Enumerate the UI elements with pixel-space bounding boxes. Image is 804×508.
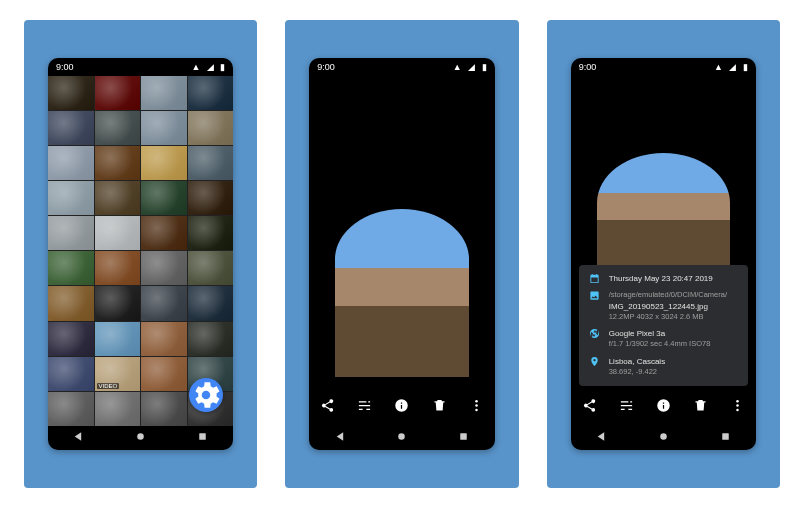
android-nav-bar bbox=[571, 426, 756, 450]
thumbnail[interactable] bbox=[141, 286, 187, 320]
thumbnail[interactable] bbox=[188, 216, 234, 250]
thumbnail[interactable] bbox=[48, 181, 94, 215]
battery-icon: ▮ bbox=[743, 62, 748, 72]
thumbnail[interactable]: VIDEO bbox=[95, 357, 141, 391]
phone-frame: 9:00 ▲ ◢ ▮ VIDEO bbox=[48, 58, 233, 449]
status-time: 9:00 bbox=[579, 62, 597, 72]
thumbnail[interactable] bbox=[48, 76, 94, 110]
phone-frame: 9:00 ▲ ◢ ▮ Thursday May 23 20:47 2019 bbox=[571, 58, 756, 449]
svg-point-7 bbox=[736, 400, 739, 403]
thumbnail[interactable] bbox=[188, 181, 234, 215]
status-icons: ▲ ◢ ▮ bbox=[710, 62, 748, 72]
thumbnail[interactable] bbox=[188, 146, 234, 180]
thumbnail[interactable] bbox=[95, 216, 141, 250]
thumbnail[interactable] bbox=[48, 251, 94, 285]
thumbnail[interactable] bbox=[48, 286, 94, 320]
screenshot-3: 9:00 ▲ ◢ ▮ Thursday May 23 20:47 2019 bbox=[547, 20, 780, 488]
android-nav-bar bbox=[48, 426, 233, 450]
share-button[interactable] bbox=[582, 398, 597, 417]
info-camera-line: f/1.7 1/3902 sec 4.4mm ISO78 bbox=[609, 339, 738, 350]
delete-button[interactable] bbox=[693, 398, 708, 417]
thumbnail[interactable] bbox=[188, 76, 234, 110]
thumbnail[interactable] bbox=[141, 111, 187, 145]
thumbnail[interactable] bbox=[141, 392, 187, 426]
thumbnail[interactable] bbox=[48, 146, 94, 180]
thumbnail[interactable] bbox=[141, 181, 187, 215]
nav-home[interactable] bbox=[657, 429, 670, 447]
thumbnail[interactable] bbox=[188, 286, 234, 320]
thumbnail[interactable] bbox=[95, 76, 141, 110]
svg-rect-6 bbox=[460, 433, 467, 440]
thumbnail[interactable] bbox=[141, 146, 187, 180]
thumbnail[interactable] bbox=[141, 357, 187, 391]
thumbnail[interactable] bbox=[188, 251, 234, 285]
signal-icon: ◢ bbox=[207, 62, 214, 72]
svg-point-9 bbox=[736, 409, 739, 412]
info-button[interactable] bbox=[394, 398, 409, 417]
thumbnail[interactable] bbox=[48, 392, 94, 426]
signal-icon: ◢ bbox=[729, 62, 736, 72]
svg-rect-11 bbox=[722, 433, 729, 440]
more-button[interactable] bbox=[730, 398, 745, 417]
aperture-icon bbox=[589, 328, 600, 339]
battery-icon: ▮ bbox=[482, 62, 487, 72]
thumbnail[interactable] bbox=[188, 322, 234, 356]
info-coords: 38.692, -9.422 bbox=[609, 367, 738, 378]
svg-point-5 bbox=[399, 433, 406, 440]
share-button[interactable] bbox=[320, 398, 335, 417]
status-icons: ▲ ◢ ▮ bbox=[449, 62, 487, 72]
info-folder: /storage/emulated/0/DCIM/Camera/ bbox=[609, 290, 738, 301]
thumbnail[interactable] bbox=[95, 322, 141, 356]
status-bar: 9:00 ▲ ◢ ▮ bbox=[48, 58, 233, 76]
more-button[interactable] bbox=[469, 398, 484, 417]
svg-point-10 bbox=[660, 433, 667, 440]
info-date: Thursday May 23 20:47 2019 bbox=[609, 273, 738, 284]
thumbnail[interactable] bbox=[95, 146, 141, 180]
info-image-line: 12.2MP 4032 x 3024 2.6 MB bbox=[609, 312, 738, 323]
info-camera: Google Pixel 3a bbox=[609, 328, 738, 339]
nav-back[interactable] bbox=[334, 429, 347, 447]
tune-button[interactable] bbox=[357, 398, 372, 417]
screenshot-2: 9:00 ▲ ◢ ▮ bbox=[285, 20, 518, 488]
video-badge: VIDEO bbox=[97, 383, 120, 389]
nav-back[interactable] bbox=[72, 429, 85, 447]
thumbnail[interactable] bbox=[95, 286, 141, 320]
status-time: 9:00 bbox=[56, 62, 74, 72]
photo-content bbox=[309, 76, 494, 425]
settings-fab[interactable] bbox=[189, 378, 223, 412]
delete-button[interactable] bbox=[432, 398, 447, 417]
thumbnail[interactable] bbox=[95, 251, 141, 285]
nav-home[interactable] bbox=[134, 429, 147, 447]
svg-rect-1 bbox=[199, 433, 206, 440]
thumbnail[interactable] bbox=[95, 111, 141, 145]
nav-recent[interactable] bbox=[196, 429, 209, 447]
nav-back[interactable] bbox=[595, 429, 608, 447]
thumbnail[interactable] bbox=[95, 181, 141, 215]
thumbnail[interactable] bbox=[141, 322, 187, 356]
svg-point-4 bbox=[475, 409, 478, 412]
image-icon bbox=[589, 290, 600, 301]
thumbnail[interactable] bbox=[188, 111, 234, 145]
thumbnail[interactable] bbox=[48, 322, 94, 356]
nav-home[interactable] bbox=[395, 429, 408, 447]
info-button[interactable] bbox=[656, 398, 671, 417]
wifi-icon: ▲ bbox=[191, 62, 200, 72]
gear-icon bbox=[189, 378, 223, 412]
screenshot-1: 9:00 ▲ ◢ ▮ VIDEO bbox=[24, 20, 257, 488]
thumbnail[interactable] bbox=[48, 111, 94, 145]
thumbnail[interactable] bbox=[141, 76, 187, 110]
thumbnail[interactable] bbox=[141, 251, 187, 285]
thumbnail[interactable] bbox=[141, 216, 187, 250]
photo-viewer-with-info[interactable]: Thursday May 23 20:47 2019 /storage/emul… bbox=[571, 76, 756, 425]
thumbnail[interactable] bbox=[95, 392, 141, 426]
info-place: Lisboa, Cascais bbox=[609, 356, 738, 367]
tune-button[interactable] bbox=[619, 398, 634, 417]
status-time: 9:00 bbox=[317, 62, 335, 72]
thumbnail[interactable] bbox=[48, 357, 94, 391]
photo-viewer[interactable] bbox=[309, 76, 494, 425]
info-filename: IMG_20190523_122445.jpg bbox=[609, 301, 738, 312]
thumbnail[interactable] bbox=[48, 216, 94, 250]
nav-recent[interactable] bbox=[719, 429, 732, 447]
gallery-grid[interactable]: VIDEO bbox=[48, 76, 233, 425]
nav-recent[interactable] bbox=[457, 429, 470, 447]
